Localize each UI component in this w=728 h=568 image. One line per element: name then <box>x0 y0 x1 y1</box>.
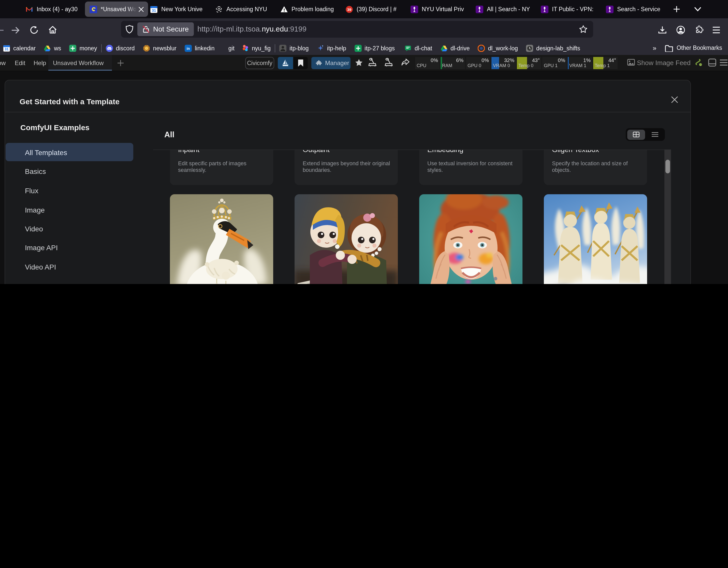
svg-text:in: in <box>186 46 190 50</box>
svg-text:39: 39 <box>347 7 352 11</box>
svg-text:31: 31 <box>5 47 9 51</box>
svg-text:31: 31 <box>152 8 156 12</box>
